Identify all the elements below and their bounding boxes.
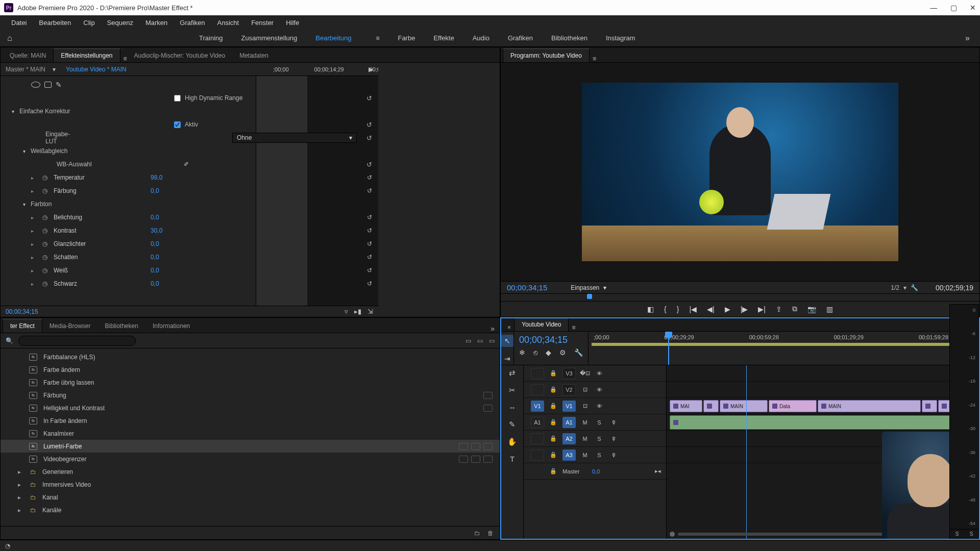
- prop-value[interactable]: 0,0: [151, 187, 159, 194]
- video-clip[interactable]: MAIN: [720, 400, 768, 412]
- prop-value[interactable]: 0,0: [151, 240, 159, 247]
- track-header-a3[interactable]: 🔒 A3 M S 🎙: [524, 447, 666, 463]
- effects-search-input[interactable]: [18, 336, 136, 346]
- zoom-out-handle[interactable]: [670, 532, 675, 537]
- expand-icon[interactable]: ▸◂: [655, 468, 666, 474]
- twirl-icon[interactable]: ▸: [18, 468, 24, 475]
- effect-mini-ruler[interactable]: ;00;00 00;00;14;29 00;00;29: [266, 63, 378, 76]
- mark-out-icon[interactable]: }: [677, 305, 679, 313]
- lock-icon[interactable]: 🔒: [548, 419, 558, 425]
- effects-folder[interactable]: ▸🗀Immersives Video: [1, 478, 500, 491]
- prop-value[interactable]: 98,0: [151, 174, 162, 181]
- reset-icon[interactable]: ↺: [367, 214, 372, 221]
- track-target[interactable]: A3: [562, 449, 576, 461]
- track-select-tool-icon[interactable]: ⇥: [501, 353, 513, 365]
- timeline-timecode[interactable]: 00;00;34;15: [519, 335, 583, 345]
- reset-icon[interactable]: ↺: [366, 121, 372, 129]
- panel-overflow-icon[interactable]: »: [487, 324, 498, 333]
- stopwatch-icon[interactable]: ◷: [42, 254, 48, 261]
- toggle-track-output-icon[interactable]: 👁: [594, 403, 604, 409]
- go-to-in-icon[interactable]: |◀: [689, 305, 697, 313]
- effects-item[interactable]: fxVideobegrenzer: [1, 453, 500, 465]
- workspace-instagram[interactable]: Instagram: [606, 34, 635, 42]
- effects-folder[interactable]: ▸🗀Kanal: [1, 491, 500, 504]
- close-button[interactable]: ✕: [970, 4, 976, 12]
- twirl-icon[interactable]: ▸: [31, 175, 37, 181]
- playhead-line[interactable]: [746, 365, 747, 539]
- prop-value[interactable]: 0,0: [151, 267, 159, 274]
- ellipse-mask-icon[interactable]: [31, 82, 40, 88]
- sequence-tab[interactable]: Youtube Video: [514, 317, 569, 331]
- reset-icon[interactable]: ↺: [366, 134, 372, 142]
- close-sequence-icon[interactable]: ×: [504, 324, 514, 331]
- toggle-track-output-icon[interactable]: 👁: [594, 370, 604, 377]
- lift-icon[interactable]: ⇪: [776, 305, 782, 313]
- lock-icon[interactable]: 🔒: [548, 403, 558, 409]
- track-target[interactable]: A2: [562, 433, 576, 444]
- playhead-icon[interactable]: [587, 294, 592, 299]
- pen-mask-icon[interactable]: ✎: [56, 81, 62, 89]
- stopwatch-icon[interactable]: ◷: [42, 227, 48, 234]
- effect-path-master[interactable]: Master * MAIN: [6, 66, 45, 73]
- menu-hilfe[interactable]: Hilfe: [281, 17, 304, 29]
- stopwatch-icon[interactable]: ◷: [42, 187, 48, 194]
- twirl-icon[interactable]: ▸: [31, 228, 37, 234]
- workspace-farbe[interactable]: Farbe: [398, 34, 415, 42]
- voiceover-icon[interactable]: 🎙: [608, 452, 619, 458]
- mark-out-icon[interactable]: {: [664, 305, 667, 313]
- workspace-bibliotheken[interactable]: Bibliotheken: [551, 34, 587, 42]
- tab-master-effect[interactable]: ter Effect: [3, 319, 42, 333]
- eingabe-lut-select[interactable]: Ohne: [232, 133, 357, 143]
- razor-tool-icon[interactable]: ✂: [509, 386, 516, 395]
- reset-icon[interactable]: ↺: [366, 94, 372, 102]
- tab-metadaten[interactable]: Metadaten: [232, 49, 276, 62]
- settings-icon[interactable]: ⚙: [559, 348, 566, 357]
- effect-timecode[interactable]: 00;00;34;15: [6, 308, 38, 315]
- reset-icon[interactable]: ↺: [367, 227, 372, 234]
- source-patch[interactable]: V1: [531, 400, 544, 412]
- effects-item[interactable]: fxFarbe übrig lassen: [1, 376, 500, 389]
- play-icon[interactable]: ▶: [725, 305, 730, 313]
- video-clip[interactable]: [703, 400, 719, 412]
- workspace-grafiken[interactable]: Grafiken: [508, 34, 533, 42]
- wrench-icon[interactable]: 🔧: [911, 284, 918, 291]
- reset-icon[interactable]: ↺: [367, 187, 372, 194]
- go-to-out-icon[interactable]: ▶|: [758, 305, 766, 313]
- workspace-effekte[interactable]: Effekte: [433, 34, 454, 42]
- track-header-v3[interactable]: 🔒 V3 �⊡ 👁: [524, 365, 666, 382]
- lock-icon[interactable]: 🔒: [548, 468, 558, 474]
- twirl-icon[interactable]: ▸: [18, 494, 24, 501]
- panel-menu-icon[interactable]: ≡: [124, 55, 127, 62]
- track-header-a2[interactable]: 🔒 A2 M S 🎙: [524, 431, 666, 447]
- effects-item[interactable]: fxFarbbalance (HLS): [1, 350, 500, 363]
- video-clip[interactable]: MAI: [670, 400, 702, 412]
- menu-sequenz[interactable]: Sequenz: [102, 17, 138, 29]
- tab-audioclip-mischer[interactable]: Audioclip-Mischer: Youtube Video: [127, 49, 233, 62]
- tab-informationen[interactable]: Informationen: [145, 319, 197, 333]
- step-back-icon[interactable]: ◀|: [707, 305, 715, 313]
- maximize-button[interactable]: ▢: [950, 4, 957, 12]
- effects-item[interactable]: fxIn Farbe ändern: [1, 414, 500, 427]
- twirl-icon[interactable]: ▸: [31, 188, 37, 194]
- selection-tool-icon[interactable]: ↖: [501, 335, 513, 347]
- workspace-menu-icon[interactable]: ≡: [376, 35, 379, 42]
- lock-icon[interactable]: 🔒: [548, 370, 558, 377]
- solo-icon[interactable]: S: [594, 452, 604, 458]
- playhead-icon[interactable]: [668, 332, 669, 365]
- wrench-icon[interactable]: 🔧: [574, 348, 583, 357]
- sync-lock-icon[interactable]: ⊡: [580, 403, 590, 409]
- program-timecode[interactable]: 00;00;34;15: [507, 283, 547, 292]
- preset-bin-icon[interactable]: ▭: [477, 337, 483, 344]
- menu-marken[interactable]: Marken: [140, 17, 173, 29]
- rect-mask-icon[interactable]: [44, 82, 52, 88]
- home-icon[interactable]: ⌂: [4, 33, 15, 44]
- panel-menu-icon[interactable]: ≡: [572, 324, 575, 331]
- menu-fenster[interactable]: Fenster: [246, 17, 279, 29]
- prop-value[interactable]: 0,0: [151, 280, 159, 287]
- track-target[interactable]: V3: [562, 368, 576, 379]
- extract-icon[interactable]: ⧉: [792, 305, 797, 313]
- comparison-view-icon[interactable]: ▥: [826, 305, 833, 313]
- prop-value[interactable]: 0,0: [151, 214, 159, 221]
- program-scrubber[interactable]: [501, 293, 979, 300]
- solo-right[interactable]: S: [970, 531, 973, 537]
